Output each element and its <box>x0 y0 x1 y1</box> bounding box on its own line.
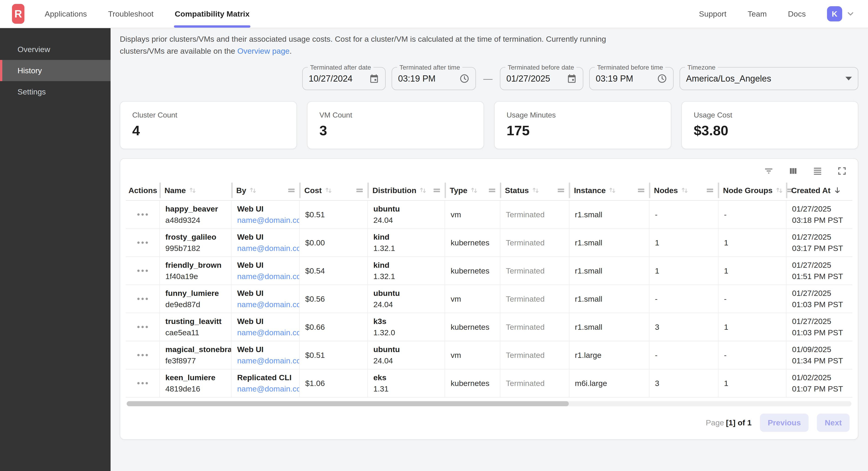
row-actions-button[interactable] <box>134 295 151 303</box>
overview-page-link[interactable]: Overview page <box>237 47 289 55</box>
table-row: trusting_leavittcae5ea11Web UIname@domai… <box>126 313 852 341</box>
table-row: frosty_galileo995b7182Web UIname@domain.… <box>126 229 852 257</box>
sort-arrows-icon[interactable] <box>775 186 784 195</box>
cell-by: Web UIname@domain.com <box>231 341 300 369</box>
terminated-before-time-field[interactable]: Terminated before time 03:19 PM <box>589 67 674 90</box>
horizontal-scrollbar[interactable] <box>127 401 851 406</box>
clock-icon[interactable] <box>455 73 469 84</box>
column-menu-icon[interactable] <box>433 187 440 194</box>
fullscreen-button[interactable] <box>836 165 848 177</box>
scrollbar-thumb[interactable] <box>127 401 569 406</box>
tab-compatibility-matrix[interactable]: Compatibility Matrix <box>174 0 251 28</box>
sort-arrows-icon[interactable] <box>249 186 257 195</box>
account-menu-button[interactable]: K <box>827 6 855 22</box>
terminated-before-date-field[interactable]: Terminated before date 01/27/2025 <box>500 67 583 90</box>
terminated-before-time-value[interactable]: 03:19 PM <box>596 74 633 84</box>
nav-link-team[interactable]: Team <box>747 9 767 19</box>
sort-arrows-icon[interactable] <box>531 186 540 195</box>
field-label: Terminated before date <box>505 64 576 71</box>
column-header-cost[interactable]: Cost <box>300 180 368 200</box>
table-row: funny_lumierede9ed87dWeb UIname@domain.c… <box>126 285 852 313</box>
dropdown-arrow-icon[interactable] <box>845 77 852 81</box>
replicated-logo[interactable]: R <box>12 4 24 24</box>
column-menu-icon[interactable] <box>706 187 714 194</box>
cell-cost: $1.06 <box>300 370 368 397</box>
column-header-node-groups[interactable]: Node Groups <box>718 180 786 200</box>
distribution-value: ubuntu <box>373 289 439 298</box>
sort-arrows-icon[interactable] <box>608 186 617 195</box>
cell-name: keen_lumiere4819de16 <box>160 370 232 397</box>
email-value[interactable]: name@domain.com <box>237 244 294 253</box>
tab-applications[interactable]: Applications <box>44 0 88 28</box>
calendar-icon[interactable] <box>365 73 379 84</box>
cell-cost: $0.00 <box>300 229 368 257</box>
sort-arrows-icon[interactable] <box>418 186 427 195</box>
density-button[interactable] <box>812 165 823 177</box>
sort-arrows-icon[interactable] <box>470 186 478 195</box>
cell-distribution: ubuntu24.04 <box>368 201 445 228</box>
previous-page-button[interactable]: Previous <box>760 414 809 432</box>
row-actions-button[interactable] <box>134 351 151 359</box>
filter-button[interactable] <box>763 165 774 177</box>
row-actions-button[interactable] <box>134 211 151 218</box>
email-value[interactable]: name@domain.com <box>237 272 294 281</box>
next-page-button[interactable]: Next <box>817 414 849 432</box>
nav-link-docs[interactable]: Docs <box>788 9 806 19</box>
column-header-nodes[interactable]: Nodes <box>649 180 718 200</box>
cell-instance: r1.small <box>569 313 650 341</box>
terminated-after-time-field[interactable]: Terminated after time 03:19 PM <box>392 67 476 90</box>
terminated-after-time-value[interactable]: 03:19 PM <box>398 74 436 84</box>
row-actions-button[interactable] <box>134 267 151 275</box>
columns-button[interactable] <box>787 165 799 177</box>
nav-link-support[interactable]: Support <box>699 9 726 19</box>
cell-by: Web UIname@domain.com <box>231 285 300 313</box>
id-value: de9ed87d <box>165 300 226 309</box>
sort-arrows-icon[interactable] <box>324 186 333 195</box>
timezone-select[interactable]: Timezone America/Los_Angeles <box>680 67 858 90</box>
column-header-status[interactable]: Status <box>500 180 569 200</box>
distribution-value: kind <box>373 261 439 270</box>
email-value[interactable]: name@domain.com <box>237 384 294 393</box>
column-header-created-at[interactable]: Created At <box>786 180 852 200</box>
status-value: Terminated <box>506 379 563 388</box>
clock-icon[interactable] <box>652 73 667 84</box>
sort-desc-icon[interactable] <box>833 186 842 195</box>
email-value[interactable]: name@domain.com <box>237 356 294 365</box>
sort-arrows-icon[interactable] <box>188 186 197 195</box>
column-menu-icon[interactable] <box>557 187 565 194</box>
email-value[interactable]: name@domain.com <box>237 300 294 309</box>
nodes-value: - <box>655 210 713 219</box>
email-value[interactable]: name@domain.com <box>237 328 294 337</box>
column-menu-icon[interactable] <box>488 187 496 194</box>
terminated-after-date-field[interactable]: Terminated after date 10/27/2024 <box>302 67 385 90</box>
sidebar-item-history[interactable]: History <box>0 60 111 81</box>
name-value: trusting_leavitt <box>165 317 226 326</box>
column-menu-icon[interactable] <box>638 187 645 194</box>
timezone-value[interactable]: America/Los_Angeles <box>686 74 771 84</box>
row-actions-button[interactable] <box>134 239 151 246</box>
column-header-type[interactable]: Type <box>445 180 500 200</box>
email-value[interactable]: name@domain.com <box>237 216 294 225</box>
column-menu-icon[interactable] <box>356 187 363 194</box>
sort-arrows-icon[interactable] <box>680 186 689 195</box>
sidebar-item-overview[interactable]: Overview <box>0 39 111 60</box>
row-actions-button[interactable] <box>134 323 151 331</box>
tab-troubleshoot[interactable]: Troubleshoot <box>107 0 154 28</box>
cell-created_date: 01/27/202501:51 PM PST <box>786 257 852 285</box>
column-header-distribution[interactable]: Distribution <box>368 180 445 200</box>
date-range-separator: — <box>482 73 494 84</box>
column-header-name[interactable]: Name <box>160 180 232 200</box>
terminated-before-date-value[interactable]: 01/27/2025 <box>506 74 550 84</box>
main-content: Usage History Displays prior clusters/VM… <box>111 0 868 440</box>
column-menu-icon[interactable] <box>288 187 295 194</box>
cell-node_groups: 1 <box>718 313 787 341</box>
nav-tabs: Applications Troubleshoot Compatibility … <box>44 0 250 28</box>
row-actions-button[interactable] <box>134 379 151 387</box>
column-header-by[interactable]: By <box>232 180 300 200</box>
cell-name: frosty_galileo995b7182 <box>160 229 232 257</box>
calendar-icon[interactable] <box>562 73 577 84</box>
terminated-after-date-value[interactable]: 10/27/2024 <box>309 74 352 84</box>
column-header-instance[interactable]: Instance <box>569 180 649 200</box>
cell-type: kubernetes <box>445 257 500 285</box>
sidebar-item-settings[interactable]: Settings <box>0 81 111 102</box>
